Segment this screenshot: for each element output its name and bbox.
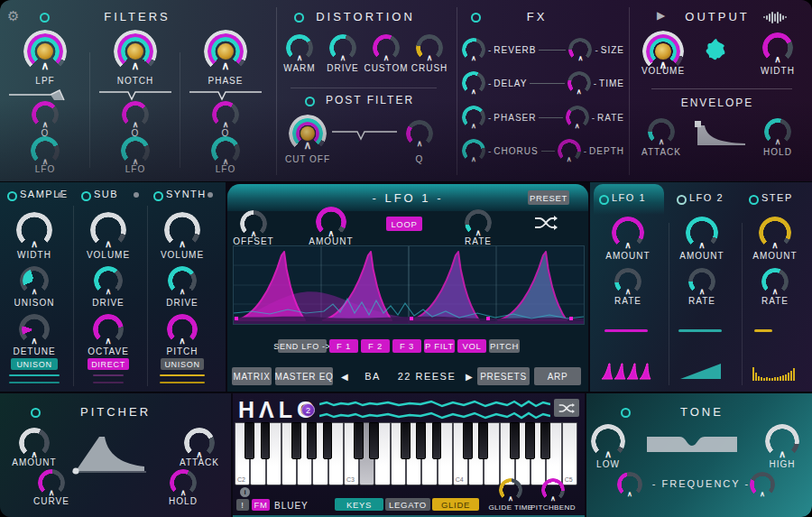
step-rate-knob[interactable]: ∧ (761, 268, 789, 295)
sub-octave-knob[interactable]: ∧ (93, 314, 124, 345)
lfo-rate-knob[interactable]: ∧ (465, 209, 492, 236)
sub-drive-knob[interactable]: ∧ (94, 266, 123, 295)
settings-gear-icon[interactable]: ⚙ (7, 9, 19, 23)
send-target-f2[interactable]: F 2 (361, 339, 390, 353)
black-key[interactable] (245, 422, 254, 459)
reverb-knob[interactable]: ∧ (462, 38, 485, 61)
pitcher-hold-knob[interactable]: ∧ (170, 469, 197, 496)
notch-cutoff-knob[interactable]: ∧ (114, 30, 157, 73)
synth-mode-button[interactable]: UNISON (161, 358, 204, 370)
send-target-pitch[interactable]: PITCH (489, 339, 520, 353)
black-key[interactable] (510, 422, 520, 459)
black-key[interactable] (540, 422, 550, 459)
lfo-amount-knob[interactable]: ∧ (316, 207, 346, 237)
glide-button[interactable]: GLIDE (432, 498, 479, 511)
depth-knob[interactable]: ∧ (558, 139, 581, 162)
tab-lfo2[interactable]: LFO 2 (689, 192, 724, 203)
filter-lfo-knob[interactable]: ∧ (121, 136, 150, 165)
time-knob[interactable]: ∧ (567, 71, 591, 95)
sample-width-knob[interactable]: ∧ (16, 212, 52, 248)
tone-power-icon[interactable] (621, 408, 631, 418)
filter-lfo-knob[interactable]: ∧ (211, 136, 240, 165)
post-filter-q-knob[interactable]: ∧ (406, 120, 433, 147)
sub-volume-knob[interactable]: ∧ (90, 212, 126, 248)
lfo1-rate-knob[interactable]: ∧ (614, 268, 641, 295)
tone-low-knob[interactable]: ∧ (591, 424, 625, 458)
tone-high-knob[interactable]: ∧ (765, 424, 799, 458)
offset-knob[interactable]: ∧ (240, 210, 267, 237)
lfo2-amount-knob[interactable]: ∧ (686, 217, 718, 249)
sample-mode-button[interactable]: UNISON (11, 358, 58, 370)
keyboard[interactable]: C2C3C4C5 (235, 422, 577, 485)
send-target-f3[interactable]: F 3 (392, 339, 421, 353)
post-filter-cutoff-knob[interactable]: ∧ (289, 115, 327, 152)
sample-unison-knob[interactable]: ∧ (20, 266, 49, 295)
crush-knob[interactable]: ∧ (416, 34, 443, 61)
black-key[interactable] (432, 422, 442, 459)
black-key[interactable] (478, 422, 488, 459)
filter-lfo-knob[interactable]: ∧ (31, 136, 60, 165)
delay-knob[interactable]: ∧ (462, 71, 485, 95)
fx-power-icon[interactable] (471, 13, 481, 23)
loop-button[interactable]: LOOP (386, 217, 422, 231)
lpf-cutoff-knob[interactable]: ∧ (23, 30, 67, 73)
black-key[interactable] (525, 422, 535, 459)
tab-lfo1[interactable]: LFO 1 (594, 184, 664, 215)
pitchbend-knob[interactable]: ∧ (541, 478, 565, 502)
lfo1-saw-icon[interactable] (602, 361, 651, 381)
master-eq-button[interactable]: MASTER EQ (275, 367, 333, 385)
fm-button[interactable]: FM (252, 499, 270, 511)
tab-step[interactable]: STEP (761, 192, 793, 203)
prev-preset-arrow[interactable]: ◀ (341, 373, 348, 382)
size-knob[interactable]: ∧ (568, 38, 592, 61)
filters-power-icon[interactable] (40, 13, 50, 23)
step-power-icon[interactable] (749, 195, 759, 205)
synth-indicator-dot[interactable] (208, 192, 213, 198)
sub-indicator-dot[interactable] (134, 192, 139, 198)
tone-freq-low-knob[interactable]: ∧ (617, 472, 642, 497)
sample-indicator-dot[interactable] (58, 192, 63, 198)
presets-button[interactable]: PRESETS (477, 367, 530, 385)
black-key[interactable] (291, 422, 301, 459)
play-icon[interactable]: ▶ (657, 10, 665, 21)
shuffle-icon[interactable] (534, 215, 558, 231)
black-key[interactable] (416, 422, 426, 459)
lfo1-power-icon[interactable] (599, 195, 609, 205)
info-icon[interactable]: i (240, 487, 250, 497)
send-target-vol[interactable]: VOL (457, 339, 486, 353)
lfo-waveform-display[interactable] (233, 245, 585, 325)
filter-q-knob[interactable]: ∧ (122, 101, 149, 128)
sample-power-icon[interactable] (7, 191, 17, 201)
step-bars-icon[interactable] (752, 361, 796, 381)
black-key[interactable] (307, 422, 317, 459)
black-key[interactable] (323, 422, 333, 459)
warning-button[interactable]: ! (236, 499, 249, 511)
chorus-knob[interactable]: ∧ (462, 139, 485, 162)
pitcher-amount-knob[interactable]: ∧ (19, 428, 50, 458)
custom-knob[interactable]: ∧ (373, 34, 400, 61)
synth-volume-knob[interactable]: ∧ (164, 212, 200, 248)
randomize-button[interactable] (554, 399, 579, 417)
glide-time-knob[interactable]: ∧ (499, 478, 522, 502)
sub-mode-button[interactable]: DIRECT (88, 358, 129, 370)
lfo2-ramp-icon[interactable] (680, 361, 721, 381)
drive-knob[interactable]: ∧ (329, 34, 356, 61)
hold-knob[interactable]: ∧ (764, 118, 791, 145)
send-target-f1[interactable]: F 1 (329, 339, 358, 353)
send-target-pfilt[interactable]: P FILT (424, 339, 455, 353)
attack-knob[interactable]: ∧ (648, 118, 675, 145)
post-filter-power-icon[interactable] (305, 97, 315, 106)
lfo2-power-icon[interactable] (677, 195, 687, 205)
step-amount-knob[interactable]: ∧ (759, 217, 791, 249)
filter-q-knob[interactable]: ∧ (32, 101, 59, 128)
black-key[interactable] (463, 422, 473, 459)
width-knob[interactable]: ∧ (762, 32, 793, 63)
distortion-power-icon[interactable] (294, 13, 304, 23)
legato-button[interactable]: LEGATO (385, 498, 430, 511)
black-key[interactable] (401, 422, 411, 459)
arp-button[interactable]: ARP (534, 367, 581, 385)
tone-freq-high-knob[interactable]: ∧ (750, 472, 775, 497)
synth-pitch-knob[interactable]: ∧ (167, 314, 198, 345)
phaser-knob[interactable]: ∧ (462, 106, 485, 129)
preset-button[interactable]: PRESET (528, 190, 569, 205)
